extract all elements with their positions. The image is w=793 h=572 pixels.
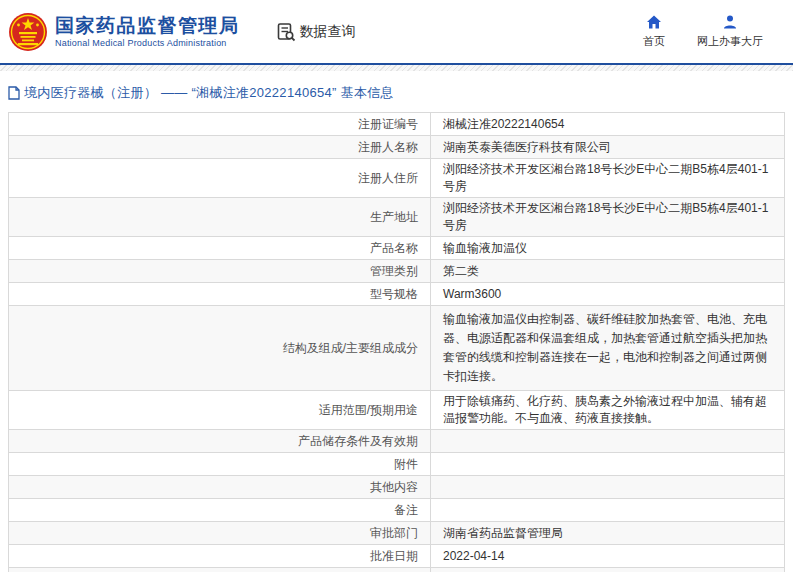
- nav-home-label: 首页: [643, 34, 665, 49]
- row-value: 2022-04-14: [431, 545, 785, 568]
- nav-service-hall-label: 网上办事大厅: [697, 34, 763, 49]
- table-row: 管理类别 第二类: [9, 260, 785, 283]
- row-value: 湖南省药品监督管理局: [431, 522, 785, 545]
- row-label: 其他内容: [9, 476, 431, 499]
- row-label: 批准日期: [9, 545, 431, 568]
- row-value: 浏阳经济技术开发区湘台路18号长沙E中心二期B5栋4层401-1号房: [431, 198, 785, 237]
- row-value: [431, 453, 785, 476]
- site-header: 国家药品监督管理局 National Medical Products Admi…: [0, 0, 793, 63]
- row-label: 审批部门: [9, 522, 431, 545]
- nav-home[interactable]: 首页: [643, 14, 665, 49]
- row-label: 备注: [9, 499, 431, 522]
- row-label: 适用范围/预期用途: [9, 391, 431, 430]
- table-row: 生产地址 浏阳经济技术开发区湘台路18号长沙E中心二期B5栋4层401-1号房: [9, 198, 785, 237]
- table-row: 生效日期: [9, 568, 785, 572]
- data-query-label: 数据查询: [300, 23, 356, 41]
- info-table: 注册证编号 湘械注准20222140654 注册人名称 湖南英泰美德医疗科技有限…: [8, 112, 785, 572]
- row-value: 第二类: [431, 260, 785, 283]
- row-label: 生效日期: [9, 568, 431, 572]
- row-value: 湖南英泰美德医疗科技有限公司: [431, 136, 785, 159]
- table-row: 型号规格 Warm3600: [9, 283, 785, 306]
- row-label: 产品储存条件及有效期: [9, 430, 431, 453]
- table-row: 产品名称 输血输液加温仪: [9, 237, 785, 260]
- table-row: 结构及组成/主要组成成分 输血输液加温仪由控制器、碳纤维硅胶加热套管、电池、充电…: [9, 306, 785, 391]
- nav-service-hall[interactable]: 网上办事大厅: [697, 14, 763, 49]
- org-name-cn: 国家药品监督管理局: [55, 15, 240, 37]
- row-label: 注册人名称: [9, 136, 431, 159]
- national-emblem-icon: [8, 12, 48, 52]
- row-label: 生产地址: [9, 198, 431, 237]
- person-icon: [722, 14, 738, 30]
- table-row: 适用范围/预期用途 用于除镇痛药、化疗药、胰岛素之外输液过程中加温、辅有超温报警…: [9, 391, 785, 430]
- breadcrumb-text: 境内医疗器械（注册） —— “湘械注准20222140654” 基本信息: [24, 84, 394, 102]
- document-search-icon: [276, 22, 296, 42]
- breadcrumb: 境内医疗器械（注册） —— “湘械注准20222140654” 基本信息: [8, 84, 793, 102]
- row-value: [431, 568, 785, 572]
- table-row: 产品储存条件及有效期: [9, 430, 785, 453]
- table-row: 其他内容: [9, 476, 785, 499]
- row-value: Warm3600: [431, 283, 785, 306]
- row-label: 附件: [9, 453, 431, 476]
- table-row: 备注: [9, 499, 785, 522]
- document-icon: [8, 86, 20, 100]
- row-label: 结构及组成/主要组成成分: [9, 306, 431, 391]
- row-label: 管理类别: [9, 260, 431, 283]
- row-value: 用于除镇痛药、化疗药、胰岛素之外输液过程中加温、辅有超温报警功能。不与血液、药液…: [431, 391, 785, 430]
- table-row: 注册证编号 湘械注准20222140654: [9, 113, 785, 136]
- row-label: 产品名称: [9, 237, 431, 260]
- org-names: 国家药品监督管理局 National Medical Products Admi…: [55, 15, 240, 48]
- row-value: 输血输液加温仪由控制器、碳纤维硅胶加热套管、电池、充电器、电源适配器和保温套组成…: [431, 306, 785, 391]
- table-row: 注册人名称 湖南英泰美德医疗科技有限公司: [9, 136, 785, 159]
- row-label: 注册证编号: [9, 113, 431, 136]
- home-icon: [646, 14, 662, 30]
- table-row: 附件: [9, 453, 785, 476]
- table-row: 注册人住所 浏阳经济技术开发区湘台路18号长沙E中心二期B5栋4层401-1号房: [9, 159, 785, 198]
- row-value: [431, 476, 785, 499]
- row-label: 注册人住所: [9, 159, 431, 198]
- top-nav: 首页 网上办事大厅: [643, 14, 763, 49]
- row-label: 型号规格: [9, 283, 431, 306]
- row-value: [431, 499, 785, 522]
- row-value: 输血输液加温仪: [431, 237, 785, 260]
- table-row: 审批部门 湖南省药品监督管理局: [9, 522, 785, 545]
- nav-data-query[interactable]: 数据查询: [276, 22, 356, 42]
- row-value: 湘械注准20222140654: [431, 113, 785, 136]
- org-name-en: National Medical Products Administration: [55, 38, 240, 48]
- row-value: [431, 430, 785, 453]
- row-value: 浏阳经济技术开发区湘台路18号长沙E中心二期B5栋4层401-1号房: [431, 159, 785, 198]
- table-row: 批准日期 2022-04-14: [9, 545, 785, 568]
- nmpa-logo[interactable]: 国家药品监督管理局 National Medical Products Admi…: [8, 12, 240, 52]
- hatch-texture: [0, 65, 793, 71]
